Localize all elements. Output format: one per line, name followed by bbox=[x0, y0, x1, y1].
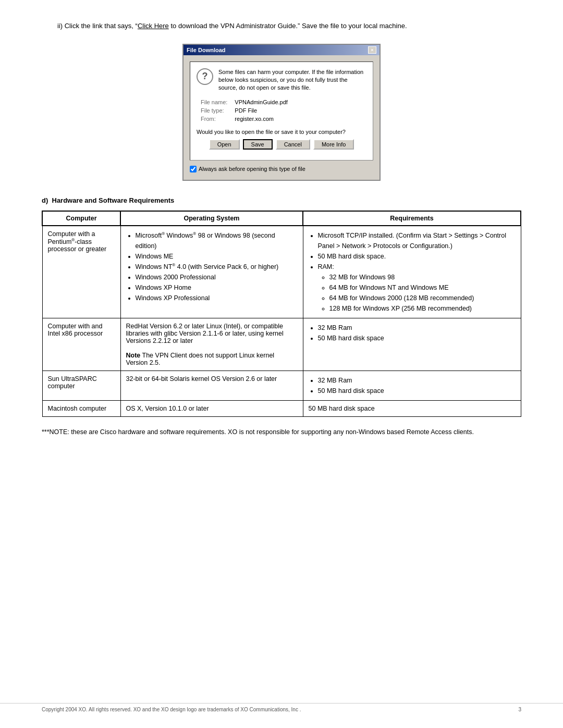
os-item: Windows 2000 Professional bbox=[136, 272, 298, 282]
file-name-label: File name: bbox=[198, 98, 230, 106]
os-item: Windows NT® 4.0 (with Service Pack 6, or… bbox=[136, 262, 298, 272]
os-item: Windows ME bbox=[136, 251, 298, 262]
computer-cell-pentium: Computer with a Pentium®-class processor… bbox=[42, 226, 120, 318]
hardware-table: Computer Operating System Requirements C… bbox=[42, 211, 521, 417]
intro-section: ii) Click the link that says, “Click Her… bbox=[42, 21, 521, 31]
req-item: Microsoft TCP/IP installed. (Confirm via… bbox=[318, 230, 516, 251]
req-item: 32 MB Ram bbox=[318, 323, 516, 333]
col-header-requirements: Requirements bbox=[303, 211, 521, 226]
req-cell-pentium: Microsoft TCP/IP installed. (Confirm via… bbox=[303, 226, 521, 318]
page-footer: Copyright 2004 XO. All rights reserved. … bbox=[0, 703, 563, 712]
ram-item: 128 MB for Windows XP (256 MB recommende… bbox=[329, 303, 516, 314]
os-item: Microsoft® Windows® 98 or Windows 98 (se… bbox=[136, 230, 298, 251]
more-info-button[interactable]: More Info bbox=[313, 139, 354, 150]
always-ask-checkbox[interactable] bbox=[190, 166, 197, 172]
ram-item: 32 MB for Windows 98 bbox=[329, 272, 516, 282]
file-type-value: PDF File bbox=[231, 107, 291, 114]
intro-after-link: to download the VPN Administrator Guide.… bbox=[169, 22, 407, 30]
from-value: register.xo.com bbox=[231, 115, 291, 122]
req-item: 32 MB Ram bbox=[318, 375, 516, 386]
req-item: 50 MB hard disk space. bbox=[318, 251, 516, 262]
os-cell-intel: RedHat Version 6.2 or later Linux (Intel… bbox=[120, 318, 303, 371]
dialog-warning-text: Some files can harm your computer. If th… bbox=[218, 68, 366, 92]
req-item: RAM: 32 MB for Windows 98 64 MB for Wind… bbox=[318, 262, 516, 314]
open-button[interactable]: Open bbox=[209, 139, 240, 150]
file-name-value: VPNAdminGuide.pdf bbox=[231, 98, 291, 106]
intro-text: ii) Click the link that says, “Click Her… bbox=[57, 21, 521, 31]
col-header-computer: Computer bbox=[42, 211, 120, 226]
computer-cell-sun: Sun UltraSPARC computer bbox=[42, 371, 120, 400]
file-download-dialog: File Download × ? Some files can harm yo… bbox=[182, 44, 381, 181]
list-marker: ii) bbox=[57, 22, 63, 30]
footer-page-number: 3 bbox=[518, 707, 521, 712]
os-text-intel: RedHat Version 6.2 or later Linux (Intel… bbox=[126, 323, 298, 344]
question-icon: ? bbox=[197, 68, 213, 85]
dialog-checkbox-row: Always ask before opening this type of f… bbox=[187, 164, 376, 177]
ram-item: 64 MB for Windows 2000 (128 MB recommend… bbox=[329, 293, 516, 303]
os-cell-mac: OS X, Version 10.1.0 or later bbox=[120, 400, 303, 416]
click-here-link[interactable]: Click Here bbox=[138, 22, 169, 30]
footer-copyright: Copyright 2004 XO. All rights reserved. … bbox=[42, 707, 301, 712]
table-row: Sun UltraSPARC computer 32-bit or 64-bit… bbox=[42, 371, 521, 400]
dialog-container: File Download × ? Some files can harm yo… bbox=[42, 44, 521, 181]
dialog-titlebar: File Download × bbox=[183, 45, 380, 55]
file-type-label: File type: bbox=[198, 107, 230, 114]
req-cell-mac: 50 MB hard disk space bbox=[303, 400, 521, 416]
computer-cell-mac: Macintosh computer bbox=[42, 400, 120, 416]
os-note-intel: Note The VPN Client does not support Lin… bbox=[126, 352, 298, 366]
from-label: From: bbox=[198, 115, 230, 122]
col-header-os: Operating System bbox=[120, 211, 303, 226]
req-cell-intel: 32 MB Ram 50 MB hard disk space bbox=[303, 318, 521, 371]
req-item: 50 MB hard disk space bbox=[318, 386, 516, 396]
cancel-button[interactable]: Cancel bbox=[276, 139, 310, 150]
table-row: Computer with a Pentium®-class processor… bbox=[42, 226, 521, 318]
ram-item: 64 MB for Windows NT and Windows ME bbox=[329, 282, 516, 293]
dialog-content: ? Some files can harm your computer. If … bbox=[190, 61, 373, 161]
req-cell-sun: 32 MB Ram 50 MB hard disk space bbox=[303, 371, 521, 400]
req-item: 50 MB hard disk space bbox=[318, 333, 516, 343]
dialog-title: File Download bbox=[187, 47, 226, 53]
dialog-close-button[interactable]: × bbox=[368, 46, 376, 54]
intro-before-link: Click the link that says, “ bbox=[65, 22, 138, 30]
computer-cell-intel: Computer with and Intel x86 processor bbox=[42, 318, 120, 371]
save-button[interactable]: Save bbox=[243, 139, 273, 150]
table-row: Computer with and Intel x86 processor Re… bbox=[42, 318, 521, 371]
os-cell-sun: 32-bit or 64-bit Solaris kernel OS Versi… bbox=[120, 371, 303, 400]
dialog-icon-row: ? Some files can harm your computer. If … bbox=[197, 68, 366, 92]
section-heading: d) Hardware and Software Requirements bbox=[42, 196, 521, 204]
os-item: Windows XP Professional bbox=[136, 293, 298, 303]
dialog-buttons: Open Save Cancel More Info bbox=[197, 139, 366, 150]
dialog-question: Would you like to open the file or save … bbox=[197, 129, 366, 135]
os-cell-pentium: Microsoft® Windows® 98 or Windows 98 (se… bbox=[120, 226, 303, 318]
dialog-file-info: File name: VPNAdminGuide.pdf File type: … bbox=[197, 97, 366, 124]
table-row: Macintosh computer OS X, Version 10.1.0 … bbox=[42, 400, 521, 416]
footnote: ***NOTE: these are Cisco hardware and so… bbox=[42, 427, 521, 437]
os-item: Windows XP Home bbox=[136, 282, 298, 293]
always-ask-label: Always ask before opening this type of f… bbox=[199, 166, 305, 172]
